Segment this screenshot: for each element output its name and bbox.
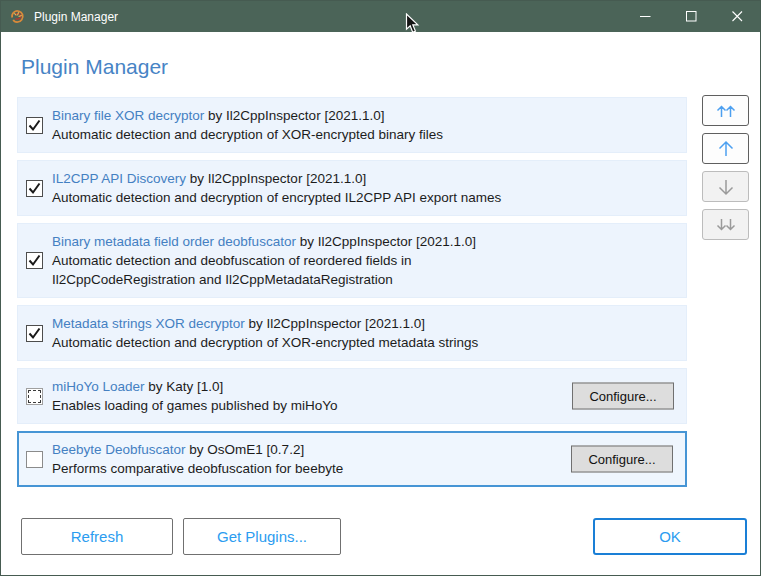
plugin-list: Binary file XOR decryptor by Il2CppInspe… — [17, 97, 687, 487]
checkmark-icon — [27, 326, 42, 341]
down-arrow-icon — [715, 177, 737, 197]
plugin-row[interactable]: miHoYo Loader by Katy [1.0] Enables load… — [17, 368, 687, 424]
plugin-name-link[interactable]: miHoYo Loader — [52, 379, 145, 394]
plugin-name-link[interactable]: Binary metadata field order deobfuscator — [52, 234, 296, 249]
plugin-title-line: Binary metadata field order deobfuscator… — [52, 232, 592, 251]
ok-button[interactable]: OK — [593, 518, 747, 555]
move-up-button[interactable] — [702, 133, 749, 164]
close-button[interactable] — [714, 1, 760, 32]
plugin-name-link[interactable]: IL2CPP API Discovery — [52, 171, 186, 186]
page-title: Plugin Manager — [21, 55, 168, 79]
double-down-arrow-icon — [715, 215, 737, 235]
plugin-description: Performs comparative deobfuscation for b… — [52, 459, 592, 478]
plugin-description: Automatic detection and deobfuscation of… — [52, 251, 592, 289]
plugin-checkbox[interactable] — [26, 325, 43, 342]
plugin-description: Automatic detection and decryption of en… — [52, 188, 592, 207]
plugin-checkbox[interactable] — [26, 252, 43, 269]
plugin-row[interactable]: Metadata strings XOR decryptor by Il2Cpp… — [17, 305, 687, 361]
app-icon — [9, 8, 26, 25]
plugin-checkbox[interactable] — [26, 388, 43, 405]
reorder-buttons — [702, 95, 749, 240]
plugin-manager-window: Plugin Manager Plugin Manager Binary fil… — [0, 0, 761, 576]
plugin-checkbox[interactable] — [26, 451, 43, 468]
plugin-byline: by Il2CppInspector [2021.1.0] — [245, 316, 425, 331]
close-icon — [732, 11, 743, 22]
checkmark-icon — [27, 181, 42, 196]
plugin-title-line: Metadata strings XOR decryptor by Il2Cpp… — [52, 314, 592, 333]
configure-button[interactable]: Configure... — [571, 446, 673, 473]
plugin-description: Enables loading of games published by mi… — [52, 396, 592, 415]
plugin-title-line: Beebyte Deobfuscator by OsOmE1 [0.7.2] — [52, 440, 592, 459]
plugin-row[interactable]: IL2CPP API Discovery by Il2CppInspector … — [17, 160, 687, 216]
plugin-byline: by Il2CppInspector [2021.1.0] — [186, 171, 366, 186]
plugin-row[interactable]: Binary metadata field order deobfuscator… — [17, 223, 687, 298]
plugin-description: Automatic detection and decryption of XO… — [52, 125, 592, 144]
configure-button[interactable]: Configure... — [572, 383, 674, 410]
plugin-checkbox[interactable] — [26, 180, 43, 197]
double-up-arrow-icon — [715, 101, 737, 121]
plugin-byline: by Il2CppInspector [2021.1.0] — [296, 234, 476, 249]
plugin-name-link[interactable]: Beebyte Deobfuscator — [52, 442, 186, 457]
maximize-button[interactable] — [668, 1, 714, 32]
plugin-byline: by OsOmE1 [0.7.2] — [186, 442, 305, 457]
up-arrow-icon — [715, 139, 737, 159]
move-to-bottom-button[interactable] — [702, 209, 749, 240]
plugin-byline: by Katy [1.0] — [145, 379, 224, 394]
plugin-byline: by Il2CppInspector [2021.1.0] — [204, 108, 384, 123]
plugin-row[interactable]: Beebyte Deobfuscator by OsOmE1 [0.7.2] P… — [17, 431, 687, 487]
plugin-checkbox[interactable] — [26, 117, 43, 134]
plugin-row[interactable]: Binary file XOR decryptor by Il2CppInspe… — [17, 97, 687, 153]
checkmark-icon — [27, 118, 42, 133]
plugin-name-link[interactable]: Metadata strings XOR decryptor — [52, 316, 245, 331]
minimize-icon — [640, 11, 651, 22]
refresh-button[interactable]: Refresh — [21, 518, 173, 555]
window-title: Plugin Manager — [34, 10, 622, 24]
checkmark-icon — [27, 253, 42, 268]
plugin-title-line: Binary file XOR decryptor by Il2CppInspe… — [52, 106, 592, 125]
get-plugins-button[interactable]: Get Plugins... — [183, 518, 341, 555]
move-to-top-button[interactable] — [702, 95, 749, 126]
titlebar: Plugin Manager — [1, 1, 760, 32]
plugin-title-line: miHoYo Loader by Katy [1.0] — [52, 377, 592, 396]
minimize-button[interactable] — [622, 1, 668, 32]
plugin-description: Automatic detection and decryption of XO… — [52, 333, 592, 352]
maximize-icon — [686, 11, 697, 22]
plugin-name-link[interactable]: Binary file XOR decryptor — [52, 108, 204, 123]
plugin-title-line: IL2CPP API Discovery by Il2CppInspector … — [52, 169, 592, 188]
mouse-cursor — [405, 13, 420, 35]
move-down-button[interactable] — [702, 171, 749, 202]
